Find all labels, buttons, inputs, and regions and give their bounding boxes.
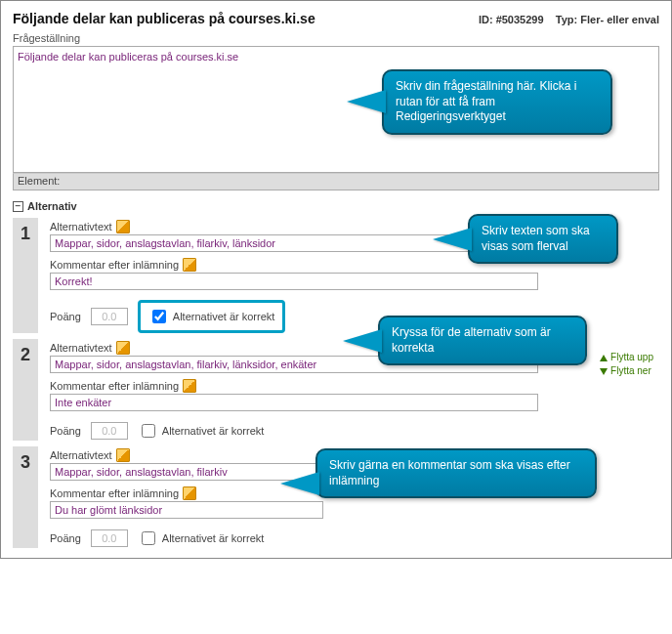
edit-icon[interactable] <box>183 486 196 500</box>
comment-input[interactable] <box>50 273 538 290</box>
page-title: Följande delar kan publiceras på courses… <box>13 11 315 26</box>
question-text: Följande delar kan publiceras på courses… <box>18 51 238 63</box>
comment-label: Kommentar efter inlämning <box>50 380 179 392</box>
comment-input[interactable] <box>50 501 323 519</box>
question-label: Frågeställning <box>13 32 659 44</box>
tip-question: Skriv din frågeställning här. Klicka i r… <box>382 69 612 135</box>
points-input[interactable] <box>91 308 128 325</box>
alt-text-label: Alternativtext <box>50 449 112 461</box>
element-bar: Element: <box>13 173 659 190</box>
alt-number: 1 <box>13 218 38 333</box>
move-up-button[interactable]: Flytta upp <box>600 351 653 364</box>
comment-label: Kommentar efter inlämning <box>50 487 179 499</box>
tip-alt-text: Skriv texten som ska visas som flerval <box>468 214 618 264</box>
points-input[interactable] <box>91 422 128 440</box>
alt-text-label: Alternativtext <box>50 342 112 354</box>
arrow-left-icon <box>280 472 319 495</box>
arrow-up-icon <box>600 355 608 361</box>
move-down-button[interactable]: Flytta ner <box>600 364 653 378</box>
correct-label: Alternativet är korrekt <box>173 311 275 322</box>
arrow-down-icon <box>600 368 608 375</box>
points-label: Poäng <box>50 532 81 544</box>
comment-input[interactable] <box>50 394 538 411</box>
arrow-left-icon <box>343 329 382 353</box>
edit-icon[interactable] <box>183 258 196 272</box>
points-input[interactable] <box>91 529 128 547</box>
move-controls: Flytta upp Flytta ner <box>600 351 653 378</box>
points-label: Poäng <box>50 311 81 322</box>
tip-comment: Skriv gärna en kommentar som ska visas e… <box>315 448 597 498</box>
header-meta: ID: #5035299 Typ: Fler- eller enval <box>479 14 659 25</box>
correct-checkbox[interactable] <box>152 310 166 323</box>
collapse-toggle[interactable]: − <box>13 201 23 212</box>
edit-icon[interactable] <box>116 220 130 233</box>
tip-correct: Kryssa för de alternativ som är korrekta <box>378 316 587 365</box>
correct-checkbox[interactable] <box>142 424 155 438</box>
edit-icon[interactable] <box>116 448 130 462</box>
arrow-left-icon <box>347 90 386 113</box>
alternatives-heading: Alternativ <box>27 200 77 212</box>
arrow-left-icon <box>433 228 472 251</box>
points-label: Poäng <box>50 425 81 437</box>
comment-label: Kommentar efter inlämning <box>50 259 179 271</box>
alt-number: 2 <box>13 339 38 441</box>
correct-label: Alternativet är korrekt <box>162 532 265 544</box>
alt-text-label: Alternativtext <box>50 221 112 232</box>
edit-icon[interactable] <box>116 341 130 355</box>
edit-icon[interactable] <box>183 379 196 393</box>
correct-checkbox[interactable] <box>142 531 155 545</box>
alt-number: 3 <box>13 446 38 548</box>
correct-label: Alternativet är korrekt <box>162 425 265 437</box>
